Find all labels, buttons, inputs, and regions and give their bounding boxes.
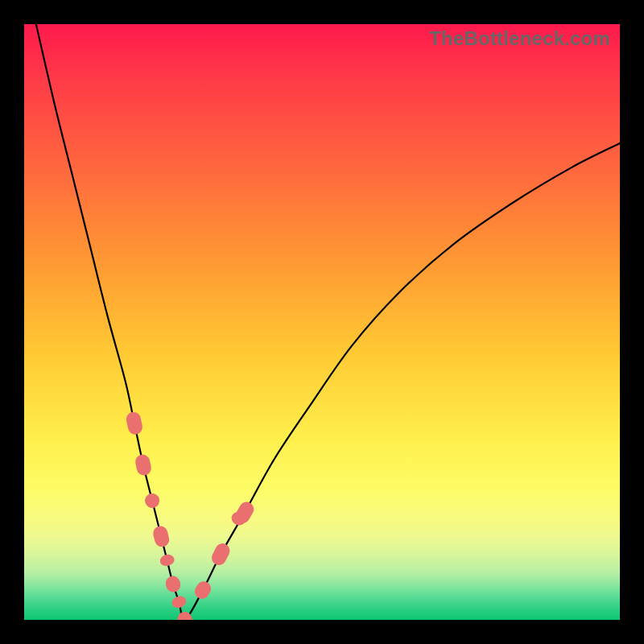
curve-marker: [171, 594, 188, 609]
curve-marker: [209, 541, 233, 568]
bottleneck-curve: [36, 24, 620, 620]
curve-marker: [159, 553, 175, 568]
curve-marker: [134, 453, 152, 477]
curve-layer: [24, 24, 620, 620]
curve-marker: [143, 492, 161, 510]
marker-group: [125, 411, 256, 620]
plot-area: TheBottleneck.com: [24, 24, 620, 620]
curve-marker: [125, 411, 143, 436]
curve-marker: [192, 579, 214, 601]
curve-marker: [151, 525, 171, 549]
chart-frame: TheBottleneck.com: [0, 0, 644, 644]
curve-marker: [164, 575, 182, 594]
